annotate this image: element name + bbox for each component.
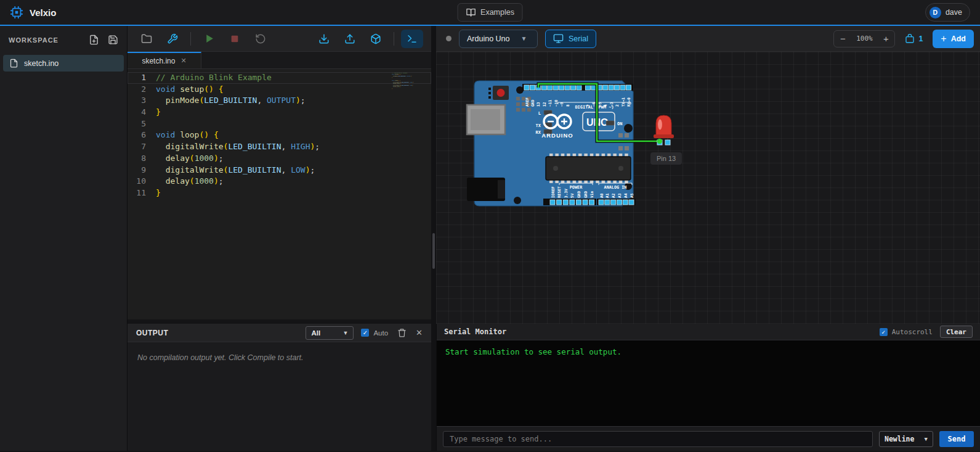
code-line: 10 delay(1000); (128, 176, 431, 187)
sidebar-item-sketch[interactable]: sketch.ino (3, 55, 124, 72)
new-file-button[interactable] (87, 33, 100, 46)
horizontal-splitter[interactable] (128, 319, 431, 324)
board-pin-label: 5V (570, 193, 574, 198)
tab-close-icon[interactable]: ✕ (180, 57, 186, 65)
board-pin-label: AREF (525, 97, 529, 107)
serial-monitor-panel: Serial Monitor ✓ Autoscroll Clear Start … (436, 324, 980, 451)
on-label: ON (617, 121, 622, 126)
board-pin-label: GND (583, 191, 588, 198)
sim-status-dot (446, 36, 452, 41)
board-pin[interactable] (609, 85, 614, 90)
line-ending-select[interactable]: Newline ▼ (879, 431, 933, 447)
autoscroll-label: Autoscroll (892, 328, 933, 336)
board-pin[interactable] (615, 85, 620, 90)
board-pin[interactable] (585, 85, 590, 90)
board-pin[interactable] (553, 85, 558, 90)
code-line: 11} (392, 88, 427, 89)
board-pin[interactable] (557, 200, 562, 205)
board-pin[interactable] (583, 200, 588, 205)
examples-label: Examples (480, 8, 514, 17)
mounting-hole (624, 124, 633, 133)
close-icon[interactable]: ✕ (416, 328, 423, 337)
clear-button[interactable]: Clear (940, 326, 973, 338)
output-filter-value: All (311, 329, 320, 337)
board-pin[interactable] (611, 200, 616, 205)
digital-group-label: DIGITAL (PWM ~) (575, 105, 614, 110)
board-pin-label: 13 (536, 102, 540, 107)
restart-button[interactable] (249, 30, 272, 48)
led-tx-label: TX (536, 123, 541, 128)
code-line: 5 (128, 118, 431, 130)
parts-count-value: 1 (918, 35, 923, 43)
board-pin-label: A3 (617, 193, 622, 198)
user-name: dave (946, 8, 962, 17)
board-pin[interactable] (559, 85, 564, 90)
autoscroll-checkbox[interactable]: ✓ (880, 328, 888, 336)
trash-icon[interactable] (396, 327, 408, 339)
stop-button[interactable] (224, 30, 246, 48)
tab-sketch[interactable]: sketch.ino ✕ (128, 52, 201, 68)
code-line: 1// Arduino Blink Example (128, 72, 431, 84)
board-pin[interactable] (541, 85, 546, 90)
examples-button[interactable]: Examples (457, 3, 523, 22)
run-button[interactable] (198, 30, 220, 48)
digital-pins[interactable] (524, 85, 631, 90)
board-pin-label: 2 (615, 104, 619, 107)
zoom-out-button[interactable]: − (834, 31, 851, 47)
save-button[interactable] (107, 33, 119, 46)
board-pin[interactable] (570, 200, 575, 205)
serial-output[interactable]: Start simulation to see serial output. (437, 340, 980, 426)
board-pin[interactable] (589, 200, 594, 205)
code-editor[interactable]: 1// Arduino Blink Example2void setup() {… (128, 69, 431, 319)
board-pin[interactable] (599, 200, 604, 205)
board-pin-label: ~11 (548, 100, 552, 107)
serial-message-input[interactable] (443, 431, 873, 447)
terminal-toggle-button[interactable] (401, 30, 423, 48)
download-button[interactable] (313, 30, 335, 48)
board-pin[interactable] (617, 200, 622, 205)
board-pin[interactable] (603, 85, 608, 90)
vertical-splitter[interactable] (431, 26, 436, 451)
arduino-uno-board[interactable]: AREFGND1312~11~10~987~6~54~32TX→1RX←0 DI… (466, 78, 761, 257)
on-led (606, 121, 614, 125)
board-pin[interactable] (524, 85, 529, 90)
minimap[interactable]: 1// Arduino Blink Example2void setup() {… (392, 72, 427, 129)
board-select[interactable]: Arduino Uno ▼ (459, 30, 538, 48)
board-pin-label: GND (577, 191, 581, 198)
send-button[interactable]: Send (939, 431, 974, 447)
zoom-control: − 100% + (833, 30, 895, 47)
parts-count[interactable]: 1 (905, 34, 923, 44)
workspace-sidebar: WORKSPACE sketch.ino (0, 26, 128, 451)
board-pin[interactable] (530, 85, 535, 90)
auto-checkbox[interactable]: ✓ (361, 329, 369, 337)
board-pin[interactable] (548, 85, 553, 90)
board-pin[interactable] (626, 85, 631, 90)
board-pin[interactable] (577, 85, 581, 90)
upload-button[interactable] (339, 30, 361, 48)
power-pins[interactable] (550, 200, 594, 205)
board-pin-label: Vin (589, 191, 594, 198)
board-pin[interactable] (623, 200, 628, 205)
board-pin[interactable] (563, 200, 568, 205)
board-pin[interactable] (576, 200, 581, 205)
simulation-canvas[interactable]: AREFGND1312~11~10~987~6~54~32TX→1RX←0 DI… (436, 52, 980, 324)
library-box-button[interactable] (365, 30, 387, 48)
output-filter-select[interactable]: All ▼ (306, 326, 354, 340)
user-menu[interactable]: D dave (925, 3, 970, 22)
editor-tabbar: sketch.ino ✕ (128, 52, 431, 69)
serial-toggle-button[interactable]: Serial (545, 30, 596, 48)
open-folder-button[interactable] (136, 30, 158, 48)
board-pin[interactable] (550, 200, 555, 205)
board-pin-label: A4 (623, 193, 628, 198)
board-pin[interactable] (620, 85, 625, 90)
add-part-button[interactable]: + Add (933, 30, 974, 48)
output-empty-message: No compilation output yet. Click Compile… (137, 353, 304, 362)
board-pin[interactable] (629, 200, 634, 205)
board-pin[interactable] (565, 85, 570, 90)
board-pin[interactable] (605, 200, 610, 205)
zoom-in-button[interactable]: + (877, 31, 894, 47)
compile-wrench-button[interactable] (161, 30, 184, 48)
board-pin[interactable] (571, 85, 576, 90)
app-title: Velxio (30, 7, 56, 18)
led-cathode-pin[interactable] (665, 140, 670, 145)
